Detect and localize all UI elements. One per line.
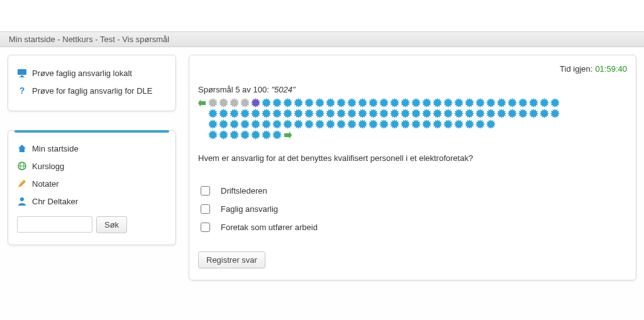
- question-dot[interactable]: [283, 109, 292, 118]
- question-dot[interactable]: [272, 130, 282, 140]
- question-dot[interactable]: [219, 130, 228, 140]
- question-dot[interactable]: [251, 119, 260, 129]
- question-dot[interactable]: [508, 109, 517, 118]
- question-dot[interactable]: [475, 98, 485, 108]
- question-dot[interactable]: [411, 119, 421, 129]
- question-dot[interactable]: [326, 109, 335, 118]
- question-dot[interactable]: [369, 98, 378, 108]
- sidebar-item-label[interactable]: Prøve for faglig ansvarlig for DLE: [32, 86, 152, 96]
- question-dot[interactable]: [401, 119, 410, 129]
- question-dot[interactable]: [230, 109, 239, 118]
- question-dot[interactable]: [358, 119, 367, 129]
- sidebar-item[interactable]: Prøve faglig ansvarlig lokalt: [17, 64, 167, 82]
- question-dot[interactable]: [251, 130, 260, 140]
- question-dot[interactable]: [283, 98, 292, 108]
- question-dot[interactable]: [550, 98, 560, 108]
- question-dot[interactable]: [422, 109, 431, 118]
- question-dot[interactable]: [443, 98, 453, 108]
- question-dot[interactable]: [208, 130, 218, 140]
- question-dot[interactable]: [208, 119, 218, 129]
- question-dot[interactable]: [486, 98, 496, 108]
- question-dot[interactable]: [497, 109, 506, 118]
- question-dot[interactable]: [540, 109, 549, 118]
- answer-option[interactable]: Foretak som utfører arbeid: [198, 218, 627, 236]
- question-dot[interactable]: [433, 109, 442, 118]
- question-dot[interactable]: [336, 109, 346, 118]
- question-dot[interactable]: [486, 109, 496, 118]
- question-dot[interactable]: [219, 119, 228, 129]
- question-dot[interactable]: [422, 119, 431, 129]
- question-dot[interactable]: [240, 119, 250, 129]
- question-dot[interactable]: [529, 98, 538, 108]
- question-dot[interactable]: [272, 98, 282, 108]
- question-dot[interactable]: [208, 98, 218, 108]
- question-dot[interactable]: [540, 98, 549, 108]
- question-dot[interactable]: [465, 109, 474, 118]
- sidebar-item[interactable]: ?Prøve for faglig ansvarlig for DLE: [17, 82, 167, 99]
- question-dot[interactable]: [358, 98, 367, 108]
- sidebar-item[interactable]: Min startside: [17, 140, 167, 157]
- question-dot[interactable]: [326, 119, 335, 129]
- answer-checkbox[interactable]: [201, 186, 210, 196]
- question-dot[interactable]: [390, 98, 399, 108]
- question-dot[interactable]: [465, 98, 474, 108]
- question-dot[interactable]: [262, 119, 271, 129]
- submit-answer-button[interactable]: Registrer svar: [198, 251, 265, 268]
- question-dot[interactable]: [315, 109, 325, 118]
- question-dot[interactable]: [294, 109, 303, 118]
- question-dot[interactable]: [347, 98, 357, 108]
- question-dot[interactable]: [219, 109, 228, 118]
- sidebar-item[interactable]: Notater: [17, 175, 167, 192]
- question-dot[interactable]: [240, 130, 250, 140]
- question-dot[interactable]: [497, 98, 506, 108]
- question-dot[interactable]: [465, 119, 474, 129]
- question-dot[interactable]: [411, 98, 421, 108]
- question-dot[interactable]: [294, 119, 303, 129]
- question-dot[interactable]: [230, 98, 239, 108]
- question-dot[interactable]: [262, 130, 271, 140]
- question-dot[interactable]: [454, 109, 464, 118]
- answer-checkbox[interactable]: [201, 204, 210, 214]
- prev-question-arrow-icon[interactable]: [198, 99, 207, 108]
- question-dot[interactable]: [518, 109, 528, 118]
- answer-option[interactable]: Driftslederen: [198, 182, 627, 200]
- question-dot[interactable]: [262, 98, 271, 108]
- question-dot[interactable]: [379, 119, 389, 129]
- question-dot[interactable]: [251, 109, 260, 118]
- question-dot[interactable]: [411, 109, 421, 118]
- question-dot[interactable]: [379, 109, 389, 118]
- question-dot[interactable]: [272, 109, 282, 118]
- question-dot[interactable]: [347, 119, 357, 129]
- question-dot[interactable]: [518, 98, 528, 108]
- question-dot[interactable]: [433, 119, 442, 129]
- question-dot[interactable]: [326, 98, 335, 108]
- question-dot[interactable]: [529, 109, 538, 118]
- question-dot[interactable]: [347, 109, 357, 118]
- question-dot[interactable]: [401, 98, 410, 108]
- question-dot[interactable]: [304, 98, 314, 108]
- question-dot[interactable]: [443, 109, 453, 118]
- question-dot[interactable]: [475, 119, 485, 129]
- question-dot[interactable]: [304, 109, 314, 118]
- question-dot[interactable]: [433, 98, 442, 108]
- question-dot[interactable]: [315, 119, 325, 129]
- sidebar-item[interactable]: Kurslogg: [17, 157, 167, 175]
- question-dot[interactable]: [283, 119, 292, 129]
- question-dot[interactable]: [508, 98, 517, 108]
- question-dot[interactable]: [240, 98, 250, 108]
- question-dot[interactable]: [358, 109, 367, 118]
- question-dot[interactable]: [486, 119, 496, 129]
- next-question-arrow-icon[interactable]: [283, 131, 292, 140]
- question-dot[interactable]: [315, 98, 325, 108]
- question-dot[interactable]: [230, 119, 239, 129]
- question-dot[interactable]: [208, 109, 218, 118]
- question-dot[interactable]: [475, 109, 485, 118]
- question-dot[interactable]: [262, 109, 271, 118]
- sidebar-item[interactable]: Chr Deltaker: [17, 192, 167, 210]
- search-input[interactable]: [17, 216, 92, 233]
- answer-checkbox[interactable]: [201, 223, 210, 232]
- question-dot[interactable]: [272, 119, 282, 129]
- question-dot[interactable]: [219, 98, 228, 108]
- question-dot[interactable]: [550, 109, 560, 118]
- question-dot[interactable]: [401, 109, 410, 118]
